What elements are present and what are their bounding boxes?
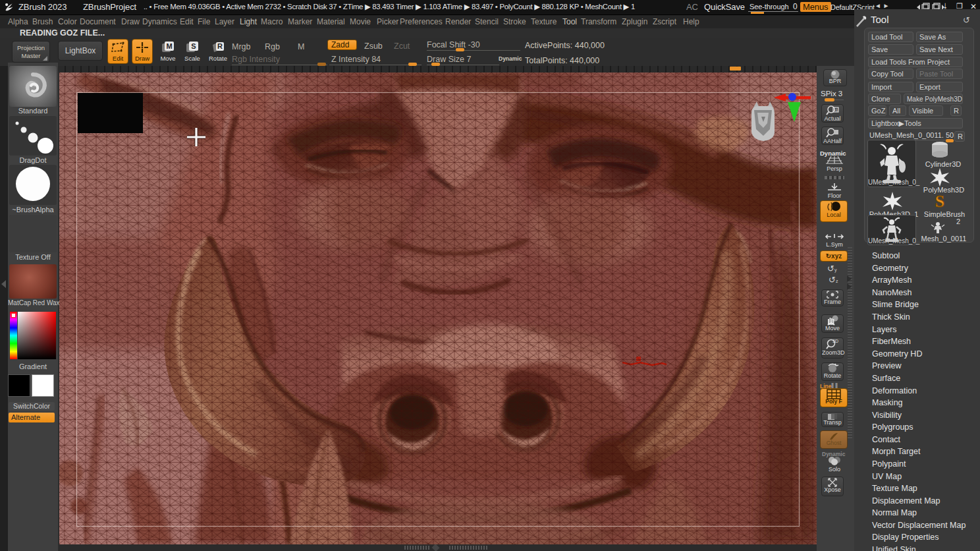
svg-text:S: S [191,42,196,50]
svg-text:x1: x1 [834,108,838,112]
svg-text:R: R [217,42,223,50]
svg-text:3D: 3D [832,339,838,343]
svg-text:M: M [166,42,172,50]
svg-text:S: S [935,192,944,211]
